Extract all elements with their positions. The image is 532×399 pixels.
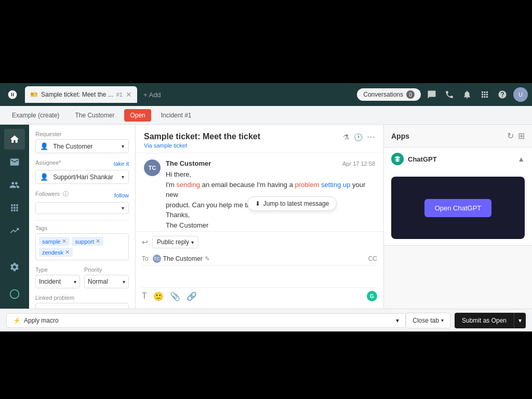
sidebar-item-apps[interactable]	[4, 197, 25, 218]
reply-input[interactable]	[142, 269, 377, 287]
message-sender-customer: The Customer	[166, 159, 211, 167]
tags-field: sample ✕ support ✕ zendesk ✕	[35, 233, 129, 260]
type-chevron-icon: ▾	[74, 279, 76, 285]
bell-icon-button[interactable]	[460, 88, 474, 101]
priority-chevron-icon: ▾	[123, 279, 125, 285]
conversations-button[interactable]: Conversations 0	[357, 88, 421, 101]
highlight-sending: sending	[177, 181, 201, 189]
chatgpt-content: Open ChatGPT	[384, 170, 532, 245]
apps-title: Apps	[391, 132, 409, 140]
chatgpt-logo-icon	[391, 153, 404, 165]
followers-select[interactable]: ▾	[35, 202, 129, 214]
help-icon-button[interactable]	[496, 88, 509, 101]
ticket-main: Sample ticket: Meet the ticket Via sampl…	[136, 125, 384, 309]
sidebar-item-reports[interactable]	[4, 220, 25, 241]
apps-grid-icon-button[interactable]	[478, 88, 491, 101]
reply-cc-button[interactable]: CC	[368, 255, 377, 262]
follow-link[interactable]: follow	[114, 192, 129, 198]
priority-select[interactable]: Normal ▾	[84, 275, 129, 288]
tag-zendesk: zendesk ✕	[39, 248, 73, 257]
reply-type-chevron-icon: ▾	[191, 240, 194, 245]
format-text-icon[interactable]: T	[142, 291, 147, 301]
followers-info-icon: ⓘ	[63, 191, 69, 197]
grammarly-icon: G	[367, 291, 377, 301]
macro-chevron-icon: ▾	[396, 317, 399, 324]
tab-icon: 🎫	[30, 91, 38, 98]
filter-icon[interactable]: ⚗	[343, 133, 350, 141]
apps-refresh-icon[interactable]: ↻	[507, 131, 514, 141]
tag-zendesk-close[interactable]: ✕	[65, 249, 70, 256]
jump-to-latest-button[interactable]: ⬇ Jump to latest message	[247, 196, 337, 211]
link-icon[interactable]: 🔗	[187, 291, 197, 301]
breadcrumb-tab-customer[interactable]: The Customer	[69, 109, 120, 122]
assignee-chevron-icon: ▾	[122, 174, 124, 180]
breadcrumb-tab-open[interactable]: Open	[124, 109, 151, 122]
sidebar-item-settings[interactable]	[4, 257, 25, 277]
type-col: Type Incident ▾	[35, 267, 80, 288]
submit-dropdown-button[interactable]: ▾	[514, 313, 526, 328]
sidebar-item-home[interactable]	[4, 129, 25, 150]
open-chatgpt-button[interactable]: Open ChatGPT	[424, 199, 492, 217]
more-options-icon[interactable]: ⋯	[367, 132, 375, 142]
tag-support: support ✕	[72, 237, 103, 246]
add-tab-button[interactable]: + Add	[139, 89, 165, 101]
tab-number: #1	[116, 91, 123, 98]
submit-open-button[interactable]: Submit as Open	[455, 313, 514, 328]
chatgpt-collapse-icon[interactable]: ▲	[517, 155, 525, 163]
reply-type-button[interactable]: Public reply ▾	[152, 236, 198, 248]
user-avatar[interactable]: U	[513, 87, 528, 102]
requester-chevron-icon: ▾	[122, 143, 124, 149]
chatgpt-header[interactable]: ChatGPT ▲	[384, 148, 532, 170]
reply-to-edit-icon[interactable]: ✎	[205, 255, 210, 262]
breadcrumb-tab-example[interactable]: Example (create)	[6, 109, 65, 122]
highlight-settingup: setting up	[321, 181, 350, 189]
requester-select[interactable]: 👤 The Customer ▾	[35, 139, 129, 153]
reply-arrow-icon: ↩	[142, 238, 148, 246]
active-tab[interactable]: 🎫 Sample ticket: Meet the ... #1 ✕	[25, 86, 137, 103]
message-item-customer: TC The Customer Apr 17 12:58 Hi there, I…	[144, 159, 375, 230]
reply-to-name: The Customer	[163, 255, 203, 262]
customer-avatar: TC	[144, 159, 161, 176]
phone-icon-button[interactable]	[443, 88, 456, 101]
sidebar-item-tickets[interactable]	[4, 152, 25, 172]
reply-area: ↩ Public reply ▾ To TC The Customer ✎	[136, 231, 383, 309]
type-label: Type	[35, 267, 80, 273]
linked-problem-select[interactable]: - ▾	[35, 303, 129, 309]
apply-macro-button[interactable]: ⚡ Apply macro ▾	[6, 313, 406, 328]
apps-grid-view-icon[interactable]: ⊞	[518, 131, 525, 141]
assignee-user-icon: 👤	[40, 173, 48, 181]
breadcrumb-tab-incident[interactable]: Incident #1	[155, 109, 197, 122]
emoji-icon[interactable]: 🙂	[153, 291, 164, 301]
close-tab-button[interactable]: Close tab ▾	[406, 313, 450, 328]
sidebar-item-users[interactable]	[4, 175, 25, 195]
assignee-select[interactable]: 👤 Support/Hari Shankar ▾	[35, 170, 129, 184]
reply-to-avatar: TC	[153, 255, 161, 263]
reply-to-label: To	[142, 255, 149, 262]
logo[interactable]	[4, 86, 21, 103]
message-header-customer: The Customer Apr 17 12:58	[166, 159, 375, 167]
bottom-bar: ⚡ Apply macro ▾ Close tab ▾ Submit as Op…	[0, 309, 532, 331]
take-it-link[interactable]: take it	[114, 161, 129, 167]
second-navigation: Example (create) The Customer Open Incid…	[0, 106, 532, 125]
reply-to-email: TC The Customer ✎	[153, 255, 210, 263]
reply-toolbar: T 🙂 📎 🔗 G	[142, 287, 377, 304]
attachment-icon[interactable]: 📎	[170, 291, 180, 301]
type-select[interactable]: Incident ▾	[35, 275, 80, 288]
priority-value: Normal	[88, 278, 108, 285]
jump-latest-label: Jump to latest message	[263, 200, 329, 207]
history-icon[interactable]: 🕐	[354, 133, 363, 141]
jump-arrow-icon: ⬇	[255, 200, 260, 207]
ticket-header: Sample ticket: Meet the ticket Via sampl…	[136, 125, 383, 153]
compose-icon-button[interactable]	[425, 88, 438, 101]
content-area: Requester 👤 The Customer ▾ Assignee* tak…	[0, 125, 532, 309]
tab-close-icon[interactable]: ✕	[126, 90, 132, 99]
chatgpt-section: ChatGPT ▲ Open ChatGPT	[384, 148, 532, 246]
followers-label: Followers ⓘ	[35, 190, 69, 198]
priority-col: Priority Normal ▾	[84, 267, 129, 288]
bottom-right-actions: Close tab ▾ Submit as Open ▾	[406, 313, 526, 328]
tag-support-close[interactable]: ✕	[96, 238, 100, 245]
ticket-subtitle[interactable]: Via sample ticket	[144, 142, 260, 149]
sidebar-item-zendesk[interactable]	[4, 284, 25, 304]
tag-sample-close[interactable]: ✕	[62, 238, 66, 245]
reply-to-row: To TC The Customer ✎ CC	[142, 252, 377, 265]
